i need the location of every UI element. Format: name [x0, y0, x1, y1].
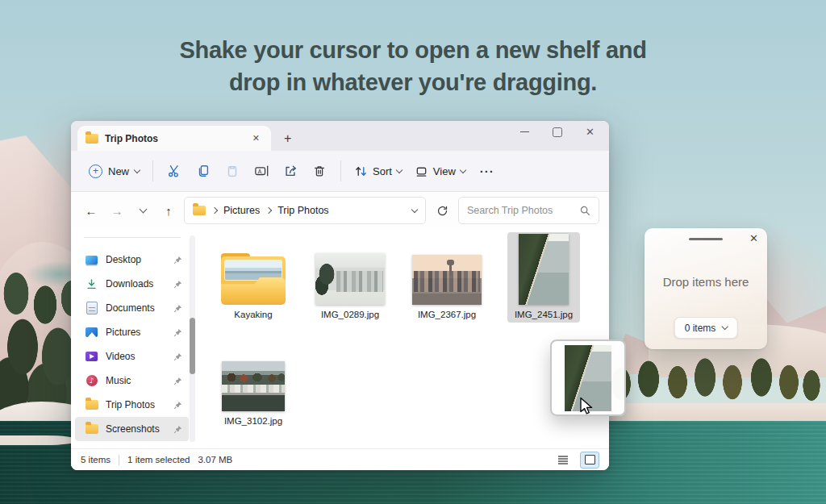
cut-icon — [167, 164, 181, 178]
pin-icon — [173, 280, 182, 289]
view-label: View — [433, 165, 456, 177]
folder-icon — [193, 206, 206, 215]
sort-button[interactable]: Sort — [348, 160, 408, 183]
up-button[interactable]: ↑ — [158, 200, 179, 221]
details-view-button[interactable] — [554, 452, 572, 468]
shelf-items-button[interactable]: 0 items — [674, 317, 738, 339]
rename-button[interactable]: A — [247, 157, 276, 185]
pictures-icon — [85, 326, 98, 339]
file-tile-kayaking[interactable]: Kayaking — [217, 232, 290, 323]
folder-icon — [85, 423, 98, 436]
screen: Shake your cursor to open a new shelf an… — [0, 0, 826, 504]
shelf-close-icon[interactable]: ✕ — [749, 233, 758, 244]
sidebar-item-screenshots[interactable]: Screenshots — [75, 417, 189, 441]
copy-button[interactable] — [189, 157, 218, 185]
refresh-button[interactable] — [431, 199, 453, 222]
plus-circle-icon: + — [89, 165, 102, 178]
file-tile-img-2367[interactable]: IMG_2367.jpg — [411, 232, 483, 323]
new-button[interactable]: + New — [82, 160, 146, 183]
rename-icon: A — [254, 164, 269, 178]
see-more-button[interactable]: ··· — [472, 165, 503, 178]
new-tab-button[interactable]: + — [284, 132, 291, 145]
new-label: New — [108, 165, 129, 177]
file-tile-img-2451-selected[interactable]: IMG_2451.jpg — [507, 232, 580, 323]
videos-icon — [85, 350, 98, 364]
thumbnail-view-button[interactable] — [580, 452, 599, 469]
status-divider — [119, 455, 119, 465]
shelf-panel[interactable]: ✕ Drop items here 0 items — [645, 228, 767, 349]
sidebar-item-pictures[interactable]: Pictures — [75, 320, 189, 344]
chevron-down-icon — [396, 166, 403, 173]
item-count: 5 items — [81, 455, 111, 464]
shelf-drag-handle[interactable] — [689, 238, 723, 240]
pin-icon — [173, 352, 182, 361]
chevron-down-icon[interactable] — [411, 206, 418, 212]
delete-icon — [312, 164, 327, 178]
sidebar-item-downloads[interactable]: Downloads — [75, 272, 189, 296]
mouse-cursor — [579, 397, 594, 418]
navigation-pane: Desktop Downloads Documents Pictures — [71, 229, 197, 448]
sort-icon — [354, 165, 368, 178]
file-tile-img-3102[interactable]: IMG_3102.jpg — [217, 339, 290, 429]
selection-status: 1 item selected — [127, 455, 190, 464]
window-controls: ✕ — [520, 127, 594, 137]
sidebar-item-documents[interactable]: Documents — [75, 296, 189, 320]
folder-icon — [86, 134, 98, 144]
tab-title: Trip Photos — [105, 133, 243, 144]
music-icon: ♪ — [85, 374, 98, 388]
shelf-drop-label: Drop items here — [645, 275, 767, 289]
caption-line-1: Shake your cursor to open a new shelf an… — [0, 34, 826, 66]
svg-text:A: A — [257, 169, 261, 174]
sidebar-scrollbar-thumb[interactable] — [190, 318, 195, 374]
documents-icon — [85, 302, 98, 315]
breadcrumb-trip-photos[interactable]: Trip Photos — [277, 205, 328, 216]
file-explorer-window: Trip Photos ✕ + ✕ + New — [71, 121, 609, 470]
sidebar-item-trip-photos[interactable]: Trip Photos — [75, 393, 189, 417]
sidebar-item-music[interactable]: ♪ Music — [75, 369, 189, 393]
close-button[interactable]: ✕ — [586, 127, 594, 137]
breadcrumb-pictures[interactable]: Pictures — [223, 205, 260, 216]
minimize-button[interactable] — [520, 131, 529, 132]
file-name: IMG_2451.jpg — [515, 310, 573, 319]
search-placeholder: Search Trip Photos — [467, 205, 553, 216]
file-tile-img-0289[interactable]: IMG_0289.jpg — [314, 232, 386, 323]
folder-icon — [85, 398, 98, 412]
photo-thumbnail — [315, 253, 385, 305]
toolbar-divider — [152, 160, 153, 181]
explorer-body: Desktop Downloads Documents Pictures — [71, 229, 609, 448]
search-input[interactable]: Search Trip Photos — [458, 197, 599, 224]
paste-button[interactable] — [218, 157, 247, 185]
pin-icon — [173, 425, 182, 434]
sidebar-item-desktop[interactable]: Desktop — [75, 248, 189, 272]
forward-button[interactable]: → — [106, 200, 127, 221]
photo-thumbnail — [519, 234, 569, 305]
pin-icon — [173, 304, 182, 313]
cut-button[interactable] — [160, 157, 189, 185]
chevron-right-icon — [265, 207, 272, 214]
folder-thumbnail — [221, 253, 286, 305]
view-button[interactable]: View — [408, 160, 472, 183]
photo-thumbnail — [412, 255, 482, 305]
selection-size: 3.07 MB — [198, 455, 232, 464]
search-icon — [579, 205, 590, 216]
back-button[interactable]: ← — [81, 200, 102, 221]
toolbar-divider — [340, 160, 341, 181]
caption: Shake your cursor to open a new shelf an… — [0, 34, 826, 98]
desktop-icon — [85, 253, 98, 267]
chevron-down-icon — [139, 206, 147, 214]
file-name: IMG_2367.jpg — [418, 310, 476, 319]
view-icon — [415, 165, 428, 178]
delete-button[interactable] — [305, 157, 334, 185]
pin-icon — [173, 401, 182, 410]
maximize-button[interactable] — [553, 127, 562, 137]
share-button[interactable] — [276, 157, 305, 185]
file-name: IMG_0289.jpg — [321, 310, 379, 319]
paste-icon — [225, 164, 240, 178]
tab-trip-photos[interactable]: Trip Photos ✕ — [77, 126, 271, 151]
breadcrumb[interactable]: Pictures Trip Photos — [184, 197, 426, 224]
tab-close-icon[interactable]: ✕ — [249, 131, 263, 145]
recent-locations-button[interactable] — [132, 200, 153, 221]
sidebar-item-videos[interactable]: Videos — [75, 344, 189, 369]
photo-thumbnail — [222, 361, 285, 411]
shelf-items-count: 0 items — [685, 323, 716, 334]
